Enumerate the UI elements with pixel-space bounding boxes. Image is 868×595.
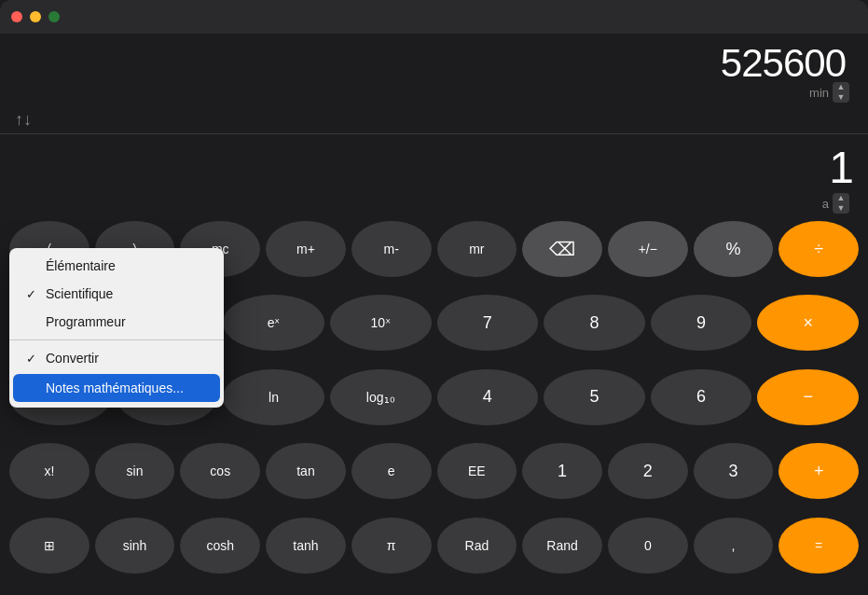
unit-stepper-down[interactable]: ▼ [837, 92, 846, 103]
btn-backspace[interactable]: ⌫ [522, 221, 602, 277]
menu-item-programmeur-label: Programmeur [46, 314, 126, 329]
calc-unit-stepper[interactable]: ▲ ▼ [833, 193, 849, 214]
btn-8[interactable]: 8 [544, 295, 645, 351]
conversion-unit: min [809, 86, 829, 100]
conversion-value: 525600 [15, 41, 853, 86]
btn-2[interactable]: 2 [608, 443, 688, 499]
btn-7[interactable]: 7 [437, 295, 539, 351]
sort-icon[interactable]: ↑↓ [15, 110, 32, 129]
btn-cosh[interactable]: cosh [180, 518, 260, 574]
btn-tan[interactable]: tan [266, 443, 346, 499]
view-menu: Élémentaire Scientifique Programmeur Con… [9, 248, 224, 408]
calc-stepper-up[interactable]: ▲ [837, 193, 846, 203]
btn-10-power-x[interactable]: 10ˣ [330, 295, 432, 351]
btn-ln[interactable]: ln [223, 369, 324, 425]
btn-6[interactable]: 6 [651, 369, 752, 425]
btn-subtract[interactable]: − [757, 369, 859, 425]
btn-sinh[interactable]: sinh [95, 518, 175, 574]
titlebar [0, 0, 868, 34]
calculator-window: 525600 min ▲ ▼ ↑↓ 1 a ▲ ▼ [0, 0, 868, 595]
menu-item-programmeur[interactable]: Programmeur [9, 308, 224, 336]
close-button[interactable] [11, 11, 22, 22]
btn-rand[interactable]: Rand [522, 518, 602, 574]
menu-item-convertir[interactable]: Convertir [9, 344, 224, 372]
calc-stepper-down[interactable]: ▼ [837, 203, 846, 214]
btn-log10[interactable]: log₁₀ [330, 369, 432, 425]
btn-calculator-icon[interactable]: ⊞ [9, 518, 90, 574]
btn-multiply[interactable]: × [757, 295, 859, 351]
traffic-lights [11, 11, 60, 22]
maximize-button[interactable] [48, 11, 60, 22]
calc-unit: a [822, 197, 829, 211]
menu-item-notes-label: Notes mathématiques... [46, 381, 184, 395]
menu-item-scientifique[interactable]: Scientifique [9, 280, 224, 308]
calc-display: 1 a ▲ ▼ [0, 134, 868, 214]
btn-e-power-x[interactable]: eˣ [223, 295, 324, 351]
conversion-unit-stepper[interactable]: ▲ ▼ [833, 82, 849, 103]
btn-4[interactable]: 4 [437, 369, 539, 425]
menu-item-notes[interactable]: Notes mathématiques... [13, 374, 220, 402]
menu-item-convertir-label: Convertir [46, 351, 99, 366]
calculator-main: 525600 min ▲ ▼ ↑↓ 1 a ▲ ▼ [0, 34, 868, 595]
btn-sin[interactable]: sin [95, 443, 175, 499]
btn-e[interactable]: e [351, 443, 432, 499]
btn-factorial[interactable]: x! [9, 443, 90, 499]
btn-0[interactable]: 0 [608, 518, 688, 574]
menu-item-elementaire[interactable]: Élémentaire [9, 252, 224, 280]
calc-unit-row: a ▲ ▼ [15, 193, 853, 214]
button-row-4: x! sin cos tan e EE 1 2 3 + [9, 443, 859, 511]
btn-3[interactable]: 3 [694, 443, 774, 499]
btn-percent[interactable]: % [694, 221, 774, 277]
btn-cos[interactable]: cos [180, 443, 260, 499]
menu-item-scientifique-label: Scientifique [46, 286, 113, 301]
btn-9[interactable]: 9 [651, 295, 752, 351]
button-row-5: ⊞ sinh cosh tanh π Rad Rand 0 , = [9, 518, 859, 586]
conversion-display: 525600 min ▲ ▼ [0, 34, 868, 106]
btn-rad[interactable]: Rad [437, 518, 517, 574]
btn-pi[interactable]: π [351, 518, 432, 574]
menu-separator-1 [9, 339, 224, 340]
btn-5[interactable]: 5 [544, 369, 645, 425]
btn-plus-minus[interactable]: +/− [608, 221, 688, 277]
btn-comma[interactable]: , [694, 518, 774, 574]
btn-ee[interactable]: EE [437, 443, 517, 499]
unit-stepper-up[interactable]: ▲ [837, 82, 846, 92]
btn-equals[interactable]: = [778, 518, 859, 574]
btn-mr[interactable]: mr [437, 221, 517, 277]
btn-m-plus[interactable]: m+ [266, 221, 346, 277]
btn-tanh[interactable]: tanh [266, 518, 346, 574]
calc-value: 1 [15, 142, 853, 193]
menu-item-elementaire-label: Élémentaire [46, 258, 116, 273]
btn-add[interactable]: + [778, 443, 859, 499]
minimize-button[interactable] [30, 11, 41, 22]
sort-icon-row: ↑↓ [0, 106, 868, 133]
btn-divide[interactable]: ÷ [778, 221, 859, 277]
btn-1[interactable]: 1 [522, 443, 602, 499]
btn-m-minus[interactable]: m- [351, 221, 432, 277]
